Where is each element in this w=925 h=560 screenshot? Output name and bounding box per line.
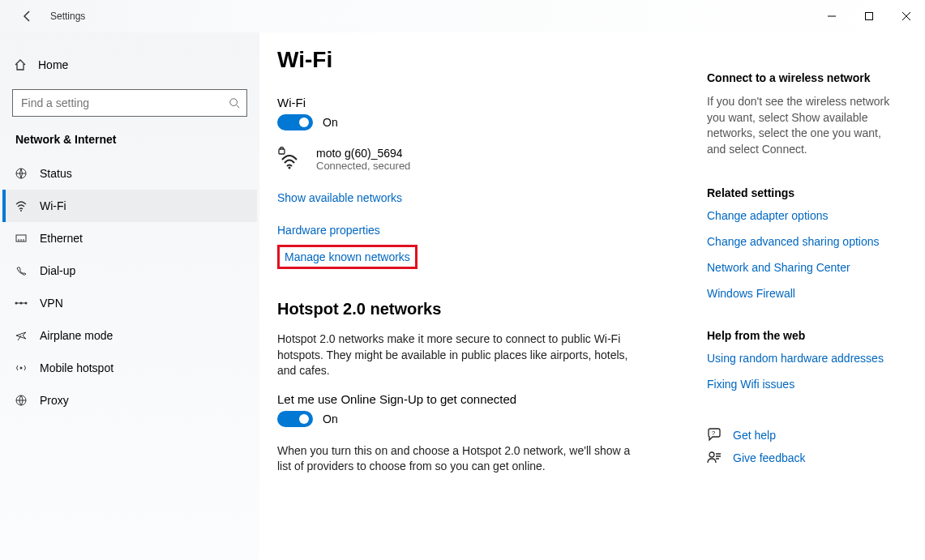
window-title: Settings [50,11,85,22]
hotspot-desc: Hotspot 2.0 networks make it more secure… [277,331,634,379]
hotspot-footer: When you turn this on and choose a Hotsp… [277,443,634,475]
aside-related-title: Related settings [707,186,907,199]
svg-line-5 [237,105,240,109]
aside-column: Connect to a wireless network If you don… [699,47,907,560]
highlight-box-manage-known: Manage known networks [277,245,418,269]
link-feedback[interactable]: Give feedback [733,451,806,464]
link-wifi-issues[interactable]: Fixing Wifi issues [707,378,907,391]
proxy-icon [14,394,28,407]
link-hw-props[interactable]: Hardware properties [277,224,380,237]
link-get-help[interactable]: Get help [733,429,776,442]
svg-point-17 [20,367,23,370]
sidebar-section-header: Network & Internet [2,133,257,146]
wifi-icon [14,199,28,212]
wifi-section-label: Wi-Fi [277,96,699,109]
titlebar: Settings [0,0,925,32]
get-help-row[interactable]: ? Get help [707,428,907,442]
sidebar-item-label: VPN [40,297,63,310]
sidebar-item-label: Proxy [40,394,69,407]
link-sharing-options[interactable]: Change advanced sharing options [707,235,907,248]
link-show-networks[interactable]: Show available networks [277,191,402,204]
sidebar-item-label: Mobile hotspot [40,361,113,374]
aside-help-title: Help from the web [707,329,907,342]
search-box[interactable] [12,89,247,117]
sidebar-item-airplane[interactable]: Airplane mode [2,319,257,352]
window-controls [813,3,925,29]
svg-point-20 [289,167,291,169]
sidebar-item-label: Wi-Fi [40,199,66,212]
hotspot-toggle-label: Let me use Online Sign-Up to get connect… [277,392,699,406]
close-button[interactable] [888,3,925,29]
connection-name: moto g(60)_5694 [316,147,410,160]
sidebar-item-vpn[interactable]: VPN [2,287,257,319]
ethernet-icon [14,232,28,245]
svg-text:?: ? [712,430,716,437]
sidebar-item-status[interactable]: Status [2,157,257,190]
sidebar-item-label: Dial-up [40,264,75,277]
sidebar-item-hotspot[interactable]: Mobile hotspot [2,352,257,384]
main-area: Wi-Fi Wi-Fi On moto g(60)_5694 Co [259,32,925,560]
sidebar-item-label: Ethernet [40,232,83,245]
sidebar-item-wifi[interactable]: Wi-Fi [2,190,257,222]
sidebar: Home Network & Internet Status Wi-Fi [0,32,259,560]
minimize-button[interactable] [813,3,850,29]
sidebar-item-ethernet[interactable]: Ethernet [2,222,257,254]
aside-connect-desc: If you don't see the wireless network yo… [707,94,901,157]
content-column: Wi-Fi Wi-Fi On moto g(60)_5694 Co [277,47,699,560]
back-button[interactable] [15,3,41,29]
dialup-icon [14,264,28,277]
feedback-row[interactable]: Give feedback [707,451,907,465]
sidebar-item-label: Status [40,167,72,180]
sidebar-item-dialup[interactable]: Dial-up [2,254,257,287]
help-icon: ? [707,428,722,442]
link-network-center[interactable]: Network and Sharing Center [707,261,907,274]
feedback-icon [707,451,722,465]
link-adapter-options[interactable]: Change adapter options [707,209,907,222]
home-icon [14,58,27,71]
aside-connect-title: Connect to a wireless network [707,71,907,84]
connection-status: Connected, secured [316,160,410,172]
vpn-icon [14,298,28,308]
svg-rect-1 [866,13,873,20]
svg-rect-21 [279,149,285,154]
sidebar-item-label: Airplane mode [40,329,113,342]
sidebar-home-label: Home [38,58,68,71]
link-firewall[interactable]: Windows Firewall [707,287,907,300]
hotspot-icon [14,361,28,374]
hotspot-toggle-state: On [323,413,338,425]
link-manage-known[interactable]: Manage known networks [285,250,410,263]
hotspot-heading: Hotspot 2.0 networks [277,300,699,318]
svg-point-23 [709,452,714,457]
svg-point-4 [230,99,238,106]
link-random-hw[interactable]: Using random hardware addresses [707,352,907,365]
search-input[interactable] [19,96,229,110]
wifi-toggle[interactable] [277,114,313,130]
status-icon [14,167,28,180]
svg-point-8 [20,210,22,212]
wifi-secure-icon [277,147,302,169]
maximize-button[interactable] [850,3,888,29]
airplane-icon [14,329,28,342]
wifi-toggle-state: On [323,116,338,129]
sidebar-item-proxy[interactable]: Proxy [2,384,257,417]
hotspot-toggle[interactable] [277,411,313,427]
sidebar-home[interactable]: Home [2,49,257,81]
search-icon [229,97,240,109]
current-connection[interactable]: moto g(60)_5694 Connected, secured [277,147,699,172]
page-title: Wi-Fi [277,47,699,73]
